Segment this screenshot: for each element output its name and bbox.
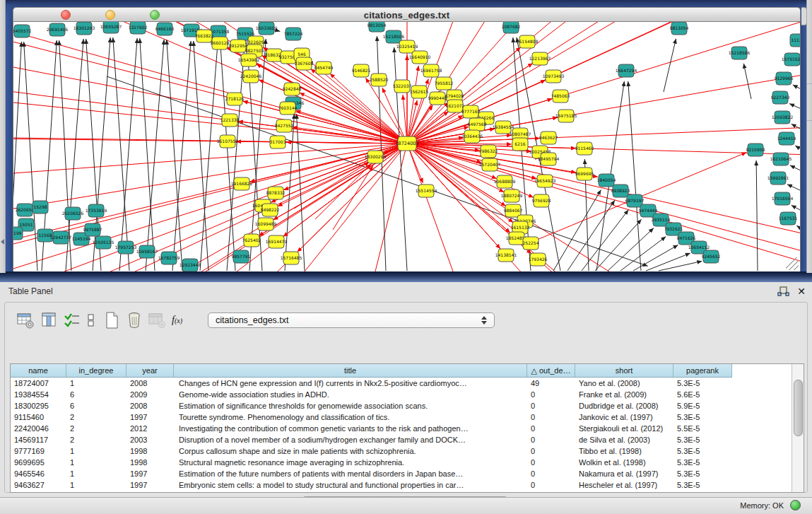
graph-node-label: 15218506 <box>383 34 405 39</box>
graph-node-label: 9699695 <box>575 171 594 176</box>
graph-node-label: 7986322 <box>479 148 498 153</box>
table-row[interactable]: 969969511998Structural magnetic resonanc… <box>11 457 792 468</box>
graph-node-label: 8660128 <box>211 40 230 45</box>
network-window-titlebar[interactable]: citations_edges.txt <box>13 7 801 22</box>
column-header-title[interactable]: title <box>174 364 527 378</box>
network-canvas[interactable]: 5405572206914061830129310655287132760264… <box>13 22 801 271</box>
column-header-out_de[interactable]: △ out_de… <box>527 364 575 378</box>
table-cell: 5.3E-5 <box>673 457 732 468</box>
graph-edge <box>146 40 164 271</box>
close-panel-icon[interactable]: ✕ <box>796 285 807 298</box>
graph-node-label: 10325419 <box>396 44 418 49</box>
graph-node-label: 20364436 <box>461 134 483 139</box>
graph-edge <box>273 144 407 220</box>
column-header-in_degree[interactable]: in_degree <box>66 364 126 378</box>
graph-edge <box>793 85 801 94</box>
function-builder-icon[interactable]: f(x) <box>172 311 190 329</box>
graph-node-label: 9884067 <box>504 208 523 213</box>
graph-node-label: 1327602 <box>129 25 148 30</box>
graph-node-label: 12505135 <box>93 240 114 245</box>
graph-node-label: 3827503 <box>245 48 264 53</box>
graph-node-label: 7663822 <box>195 33 214 38</box>
table-cell: 5.3E-5 <box>673 434 732 445</box>
graph-node-label: 18724007 <box>395 141 418 146</box>
table-row[interactable]: 2242004622012Investigating the contribut… <box>11 423 792 434</box>
graph-edge <box>172 41 191 271</box>
table-cell: 5.3E-5 <box>673 445 732 457</box>
table-cell: 2 <box>66 434 126 445</box>
graph-node-label: 7932621 <box>664 226 683 231</box>
graph-node-label: 7603144 <box>278 105 298 110</box>
graph-node-label: 14138141 <box>495 252 517 257</box>
graph-node-label: 2620650 <box>16 207 35 212</box>
column-header-name[interactable]: name <box>11 364 66 378</box>
table-options-icon[interactable] <box>16 311 35 329</box>
collapse-left-arrow-icon[interactable] <box>1 239 4 245</box>
table-row[interactable]: 1938455462009Genome-wide association stu… <box>11 389 792 400</box>
graph-node-label: 16647294 <box>616 68 637 73</box>
row-height-icon[interactable] <box>87 311 95 329</box>
graph-node-label: 22420046 <box>240 74 262 78</box>
table-row[interactable]: 1872400712008Changes of HCN gene express… <box>11 378 792 389</box>
right-splitter-strip[interactable] <box>806 0 812 273</box>
column-header-year[interactable]: year <box>126 364 174 378</box>
table-cell: 0 <box>527 434 575 445</box>
graph-node-label: 2588520 <box>370 77 389 82</box>
table-cell: 2003 <box>126 434 174 445</box>
column-header-pagerank[interactable]: pagerank <box>673 364 732 378</box>
table-row[interactable]: 1456911722003Disruption of a novel membe… <box>11 434 792 445</box>
table-row[interactable]: 1830029562008Estimation of significance … <box>11 400 792 411</box>
graph-node-label: 16107552 <box>217 139 239 144</box>
graph-node-label: 9990448 <box>428 95 447 100</box>
memory-status-label: Memory: OK <box>740 501 784 510</box>
graph-edge <box>140 38 155 271</box>
graph-node-label: 2087682 <box>502 24 521 29</box>
graph-node-label: 9242848 <box>283 86 302 91</box>
memory-status-indicator[interactable] <box>790 500 801 510</box>
new-column-icon[interactable] <box>102 311 121 329</box>
graph-edge <box>296 110 407 144</box>
table-cell: 2008 <box>126 400 174 411</box>
graph-node-label: 1621072 <box>446 103 465 108</box>
citation-network-graph[interactable]: 5405572206914061830129310655287132760264… <box>13 22 801 271</box>
graph-node-label: 8427552 <box>275 123 294 128</box>
left-splitter-strip[interactable] <box>0 0 6 273</box>
graph-edge <box>285 114 294 271</box>
graph-node-label: 9474444 <box>639 208 658 213</box>
table-cell: 14569117 <box>11 434 66 445</box>
table-row[interactable]: 946554611997Estimation of the future num… <box>11 468 792 479</box>
column-header-short[interactable]: short <box>575 364 673 378</box>
table-row[interactable]: 911546021997Tourette syndrome. Phenomeno… <box>11 411 792 423</box>
graph-node-label: 2935114 <box>652 217 671 222</box>
graph-edge <box>194 41 208 271</box>
graph-node-label: 15051 <box>19 222 33 227</box>
table-row[interactable]: 977716911998Corpus callosum shape and si… <box>11 445 792 457</box>
graph-node-label: 9463627 <box>539 135 558 140</box>
column-visibility-icon[interactable] <box>40 311 59 329</box>
graph-node-label: 9857791 <box>232 254 251 259</box>
graph-node-label: 5322037 <box>393 83 412 88</box>
network-table-select[interactable]: citations_edges.txt <box>208 313 495 328</box>
graph-node-label: 16210645 <box>770 156 792 161</box>
table-cell: Disruption of a novel member of a sodium… <box>174 434 527 445</box>
column-selection-icon[interactable] <box>63 311 81 329</box>
graph-node-label: 15975185 <box>555 113 577 118</box>
table-cell: 1 <box>66 468 126 479</box>
table-cell: 1 <box>66 457 126 468</box>
canvas-resize-grip[interactable] <box>786 257 799 270</box>
table-cell: 1 <box>66 445 126 457</box>
graph-node-label: 17016504 <box>772 196 794 201</box>
table-cell: 9115460 <box>11 411 66 423</box>
vertical-scrollbar[interactable] <box>792 364 804 492</box>
graph-node-label: 16099489 <box>255 221 277 226</box>
network-window[interactable]: citations_edges.txt 54055722069140618301… <box>13 7 801 271</box>
table-cell: 5.5E-5 <box>673 423 732 434</box>
table-row[interactable]: 946362711997Embryonic stem cells: a mode… <box>11 479 792 491</box>
delete-column-icon[interactable] <box>125 311 143 329</box>
table-cell: 5.9E-5 <box>673 400 732 411</box>
scrollbar-thumb[interactable] <box>794 380 803 436</box>
graph-node-label: 16154808 <box>517 39 539 44</box>
float-panel-icon[interactable] <box>777 286 790 298</box>
window-title: citations_edges.txt <box>13 10 800 21</box>
graph-node-label: 9146821 <box>352 68 371 73</box>
